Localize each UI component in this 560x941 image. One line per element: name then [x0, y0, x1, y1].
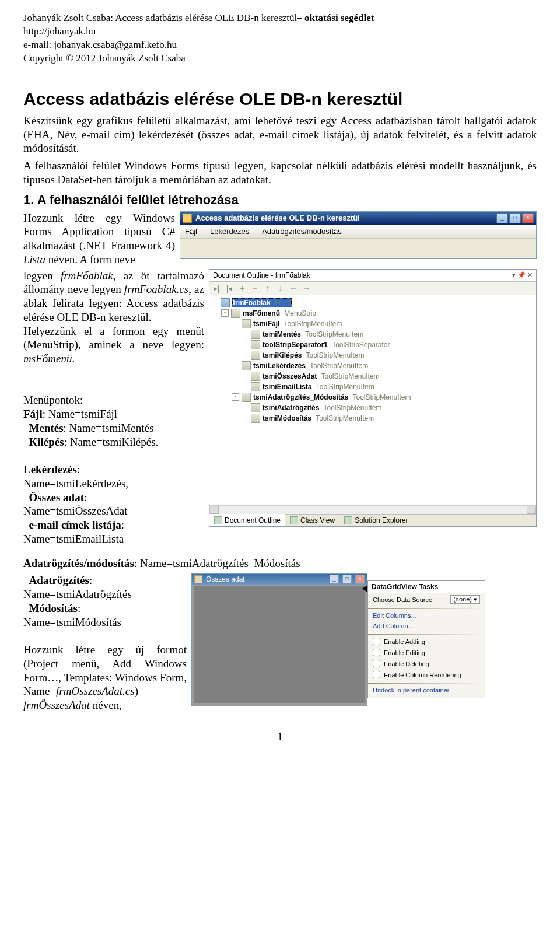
- tree-node-label: tsmiAdatrögzítés ToolStripMenuItem: [262, 404, 382, 412]
- menu-fajl[interactable]: Fájl: [185, 227, 197, 236]
- form2-close-button[interactable]: ×: [355, 575, 365, 584]
- tree-node[interactable]: tsmiEmailLista ToolStripMenuItem: [211, 382, 535, 392]
- expander-icon: [242, 352, 249, 358]
- menu-lekerdezes[interactable]: Lekérdezés: [210, 227, 249, 236]
- intro-paragraph-2: A felhasználói felület Windows Forms típ…: [23, 159, 537, 187]
- expander-icon: [242, 373, 249, 379]
- datasource-label: Choose Data Source: [373, 596, 432, 603]
- remove-icon[interactable]: －: [250, 283, 260, 293]
- winform-preview: Access adatbázis elérése OLE DB-n keresz…: [180, 211, 537, 259]
- add-icon[interactable]: ＋: [237, 283, 247, 293]
- tree-node[interactable]: tsmiÖsszesAdat ToolStripMenuItem: [211, 371, 535, 382]
- component-icon: [251, 351, 260, 360]
- up-icon[interactable]: ↑: [263, 284, 272, 293]
- intro-paragraph-1: Készítsünk egy grafikus felületű alkalma…: [23, 114, 537, 155]
- tree-node[interactable]: tsmiAdatrögzítés ToolStripMenuItem: [211, 403, 535, 413]
- tree-node[interactable]: tsmiMentés ToolStripMenuItem: [211, 329, 535, 340]
- tab-document-outline[interactable]: Document Outline: [209, 514, 285, 526]
- component-icon: [251, 382, 260, 391]
- tree-node[interactable]: -msFőmenü MenuStrip: [211, 308, 535, 319]
- outline-toolbar: ▸| |◂ ＋ － ↑ ↓ ← →: [209, 282, 536, 295]
- tree-node[interactable]: -tsmiFájl ToolStripMenuItem: [211, 319, 535, 329]
- tree-node-label: tsmiFájl ToolStripMenuItem: [253, 320, 342, 328]
- header-copyright: Copyright © 2012 Johanyák Zsolt Csaba: [23, 52, 537, 65]
- datagridview-tasks-panel: DataGridView Tasks Choose Data Source (n…: [368, 580, 485, 698]
- form2-titlebar: Összes adat _ □ ×: [192, 574, 367, 585]
- header-email: e-mail: johanyak.csaba@gamf.kefo.hu: [23, 39, 537, 52]
- tree-node-label: tsmiKilépés ToolStripMenuItem: [262, 351, 365, 359]
- smart-tag-icon[interactable]: [362, 585, 368, 592]
- left-text-2: legyen frmFőablak, az őt tartalmazó állo…: [23, 269, 204, 546]
- winform-menubar: Fájl Lekérdezés Adatrögzítés/módosítás: [180, 225, 536, 239]
- tree-node[interactable]: -frmFőablak Form: [211, 298, 535, 308]
- page-number: 1: [23, 731, 537, 743]
- tab-class-view[interactable]: Class View: [285, 515, 340, 526]
- expander-icon: [242, 404, 249, 411]
- datasource-dropdown[interactable]: (none) ▾: [450, 595, 480, 604]
- component-icon: [231, 309, 240, 318]
- check-enable-adding[interactable]: [373, 638, 380, 645]
- expander-icon[interactable]: -: [232, 320, 239, 327]
- winform-title: Access adatbázis elérése OLE DB-n keresz…: [195, 214, 493, 222]
- down-icon[interactable]: ↓: [276, 284, 285, 293]
- minimize-button[interactable]: _: [496, 213, 508, 223]
- form-osszes-adat: Összes adat _ □ ×: [191, 573, 368, 706]
- form2-minimize-button[interactable]: _: [330, 575, 339, 584]
- header-divider: [23, 68, 537, 68]
- tab-solution-explorer[interactable]: Solution Explorer: [340, 515, 412, 526]
- expander-icon[interactable]: -: [232, 362, 239, 369]
- expand-icon[interactable]: ▸|: [212, 284, 221, 293]
- header-url: http://johanyak.hu: [23, 25, 537, 39]
- scroll-right-icon[interactable]: [527, 506, 536, 514]
- header-author-title: Johanyák Zsolt Csaba: Access adatbázis e…: [23, 12, 297, 23]
- component-icon: [251, 372, 260, 381]
- scroll-left-icon[interactable]: [209, 506, 219, 514]
- winform-titlebar: Access adatbázis elérése OLE DB-n keresz…: [180, 212, 536, 225]
- collapse-icon[interactable]: |◂: [225, 284, 234, 293]
- tab-solution-explorer-icon: [344, 516, 352, 524]
- h-scrollbar[interactable]: [209, 505, 536, 514]
- link-undock[interactable]: Undock in parent container: [373, 687, 449, 694]
- menupontok-label: Menüpontok:: [23, 394, 83, 406]
- expander-icon[interactable]: -: [232, 393, 239, 401]
- check-enable-col-reorder[interactable]: [373, 671, 380, 678]
- expander-icon[interactable]: -: [211, 299, 218, 306]
- right-icon[interactable]: →: [302, 284, 311, 293]
- page-title: Access adatbázis elérése OLE DB-n keresz…: [23, 89, 537, 109]
- check-enable-editing[interactable]: [373, 649, 380, 656]
- expander-icon: [242, 415, 249, 421]
- dropdown-icon: ▾: [474, 596, 477, 603]
- tab-doc-outline-icon: [214, 516, 222, 524]
- left-icon[interactable]: ←: [289, 284, 298, 293]
- check-enable-deleting[interactable]: [373, 660, 380, 667]
- expander-icon: [242, 341, 249, 348]
- outline-tree[interactable]: -frmFőablak Form-msFőmenü MenuStrip-tsmi…: [209, 295, 536, 505]
- maximize-button[interactable]: □: [509, 213, 521, 223]
- tree-node[interactable]: tsmiMódosítás ToolStripMenuItem: [211, 413, 535, 424]
- form2-title: Összes adat: [206, 575, 326, 583]
- tree-node[interactable]: tsmiKilépés ToolStripMenuItem: [211, 350, 535, 361]
- panel-controls[interactable]: ▾ 📌 ✕: [512, 271, 533, 279]
- tree-node[interactable]: toolStripSeparator1 ToolStripSeparator: [211, 340, 535, 350]
- link-edit-columns[interactable]: Edit Columns...: [373, 612, 416, 619]
- expander-icon: [242, 383, 249, 390]
- tree-node-label: tsmiAdatrögzítés_Módosítás ToolStripMenu…: [253, 393, 411, 401]
- tasks-title: DataGridView Tasks: [368, 581, 485, 593]
- tree-node-label: tsmiLekérdezés ToolStripMenuItem: [253, 362, 368, 370]
- form2-maximize-button[interactable]: □: [342, 575, 352, 584]
- expander-icon[interactable]: -: [221, 309, 229, 317]
- link-add-column[interactable]: Add Column...: [373, 622, 414, 629]
- form2-icon: [194, 575, 202, 583]
- component-icon: [251, 414, 260, 423]
- tree-node-label: tsmiEmailLista ToolStripMenuItem: [262, 383, 374, 391]
- menu-adatrogzites[interactable]: Adatrögzítés/módosítás: [262, 227, 342, 236]
- form-icon: [220, 298, 230, 307]
- component-icon: [251, 330, 260, 339]
- section-1-heading: 1. A felhasználói felület létrehozása: [23, 193, 537, 208]
- tree-node[interactable]: -tsmiLekérdezés ToolStripMenuItem: [211, 361, 535, 371]
- tree-node[interactable]: -tsmiAdatrögzítés_Módosítás ToolStripMen…: [211, 392, 535, 403]
- doc-header: Johanyák Zsolt Csaba: Access adatbázis e…: [23, 12, 537, 25]
- tree-node-label: tsmiMódosítás ToolStripMenuItem: [262, 414, 374, 422]
- close-button[interactable]: ×: [522, 213, 534, 223]
- tree-node-label: toolStripSeparator1 ToolStripSeparator: [262, 341, 390, 349]
